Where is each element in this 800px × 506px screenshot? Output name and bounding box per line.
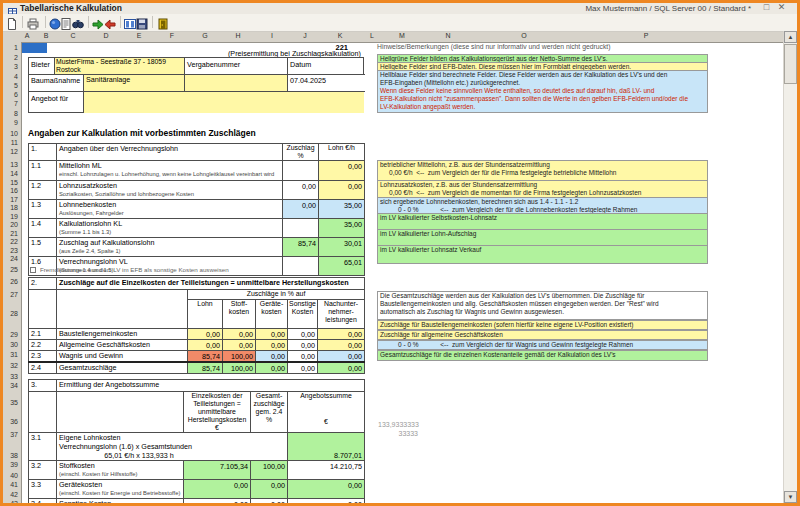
cell-2-2-stoff[interactable]: 0,00 [223, 340, 256, 351]
cell-3-4-angebotssumme[interactable]: 0,00 [288, 499, 365, 506]
save-database-icon[interactable] [136, 16, 149, 29]
cell-3-2-angebotssumme[interactable]: 14.210,75 [288, 461, 365, 480]
cell-2-4-stoff[interactable]: 100,00 [223, 362, 256, 374]
row-header-6: 6 [14, 91, 18, 98]
section2-table: 2. Zuschläge auf die Einzelkosten der Te… [28, 277, 365, 374]
row-label: Eigene Lohnkosten [59, 433, 287, 442]
cell-1-1-zuschlag[interactable] [283, 161, 319, 181]
exit-icon[interactable] [157, 16, 170, 29]
cell-1-4-zuschlag[interactable] [283, 219, 319, 238]
bidder-form: MusterFirma - Seestraße 37 - 18059 Rosto… [28, 57, 364, 113]
cell-3-2-einzelkosten[interactable]: 7.105,34 [184, 461, 251, 480]
column-header-N: N [445, 32, 450, 39]
cell-2-2-sonstige[interactable]: 0,00 [288, 340, 318, 351]
datum-value-field[interactable]: 07.04.2025 [287, 74, 364, 91]
maximize-button[interactable]: □ [760, 2, 773, 13]
fremdleistungen-checkbox[interactable] [30, 267, 36, 273]
row-num: 1.3 [29, 200, 57, 219]
sec3-title: Ermittlung der Angebotssumme [57, 380, 365, 392]
datum-label: Datum [290, 60, 311, 69]
cell-1-3-lohn[interactable]: 35,00 [319, 200, 365, 219]
close-button[interactable]: ✕ [775, 2, 788, 13]
cell-1-5-lohn[interactable]: 30,01 [319, 238, 365, 257]
row-header-21: 21 [10, 230, 18, 237]
cell-1-1-lohn[interactable]: 0,00 [319, 161, 365, 181]
row-header-42: 42 [10, 491, 18, 498]
sec3-col1-header: Einzelkosten der Teilleistungen = unmitt… [184, 392, 251, 433]
cell-2-1-sonstige[interactable]: 0,00 [288, 329, 318, 340]
cell-3-3-zuschlaege[interactable]: 0,00 [251, 480, 288, 499]
cell-3-4-einzelkosten[interactable]: 0,00 [184, 499, 251, 506]
selected-cell-a1[interactable] [21, 42, 47, 53]
cell-3-2-zuschlaege[interactable]: 100,00 [251, 461, 288, 480]
cell-3-4-zuschlaege[interactable]: 0,00 [251, 499, 288, 506]
row-num: 3.1 [29, 433, 57, 461]
cell-2-4-geraete[interactable]: 0,00 [256, 362, 288, 374]
row-label: Gesamtzuschläge [57, 362, 188, 374]
row-header-13: 13 [10, 161, 18, 168]
cell-1-6-lohn[interactable]: 65,01 [319, 257, 365, 276]
row-label: Allgemeine Geschäftskosten [57, 340, 188, 351]
cell-1-6-zuschlag[interactable] [283, 257, 319, 276]
cell-3-1-angebotssumme[interactable]: 8.707,01 [288, 433, 365, 461]
export-lv-icon[interactable] [104, 16, 117, 29]
cell-2-1-geraete[interactable]: 0,00 [256, 329, 288, 340]
cell-3-3-angebotssumme[interactable]: 0,00 [288, 480, 365, 499]
cell-2-3-stoff[interactable]: 100,00 [223, 351, 256, 363]
scrollbar-thumb[interactable] [784, 44, 797, 84]
sec3-col2-text: Gesamt- zuschläge gem. 2.4 [251, 392, 287, 416]
cell-2-2-lohn[interactable]: 0,00 [188, 340, 223, 351]
row-header-8: 8 [14, 110, 18, 117]
print-icon[interactable] [27, 16, 40, 29]
cell-2-4-lohn[interactable]: 85,74 [188, 362, 223, 374]
cell-2-2-nachunternehmer[interactable]: 0,00 [318, 340, 365, 351]
vertical-scrollbar[interactable]: ▲ ▼ [783, 31, 797, 503]
cell-2-2-geraete[interactable]: 0,00 [256, 340, 288, 351]
row-header-11: 11 [11, 139, 18, 146]
row-header-5: 5 [14, 82, 18, 89]
column-header-L: L [370, 32, 374, 39]
cell-1-4-lohn[interactable]: 35,00 [319, 219, 365, 238]
sec1-num: 1. [29, 144, 57, 161]
row-num: 1.5 [29, 238, 57, 257]
cell-2-3-sonstige[interactable]: 0,00 [288, 351, 318, 363]
cell-2-4-sonstige[interactable]: 0,00 [288, 362, 318, 374]
row-header-29: 29 [10, 331, 18, 338]
vergabenummer-label: Vergabenummer [187, 60, 240, 69]
row-sub: einschl. Lohnzulagen u. Lohnerhöhung, we… [59, 170, 282, 179]
hint-lohnnebenkosten: sich ergebende Lohnnebenkosten, berechne… [377, 197, 708, 214]
toolbar-separator [22, 16, 23, 28]
hint-lohnsatz-verkauf: im LV kalkulierter Lohnsatz Verkauf [377, 245, 708, 264]
row-header-2: 2 [14, 54, 18, 61]
legend-blue-warning: Wenn diese Felder keine sinnvollen Werte… [380, 87, 705, 111]
cell-1-3-zuschlag[interactable]: 0,00 [283, 200, 319, 219]
cell-1-2-zuschlag[interactable]: 0,00 [283, 181, 319, 200]
scroll-up-button[interactable]: ▲ [784, 31, 797, 43]
cell-1-5-zuschlag[interactable]: 85,74 [283, 238, 319, 257]
cell-3-3-einzelkosten[interactable]: 0,00 [184, 480, 251, 499]
row-header-9: 9 [14, 119, 18, 126]
bieter-value-field[interactable]: MusterFirma - Seestraße 37 - 18059 Rosto… [54, 58, 184, 74]
search-icon[interactable] [72, 16, 85, 29]
cell-2-3-nachunternehmer[interactable]: 0,00 [318, 351, 365, 363]
column-header-G: G [202, 32, 207, 39]
hint-line: sich ergebende Lohnnebenkosten, berechne… [380, 198, 705, 206]
session-info: Max Mustermann / SQL Server 00 / Standar… [585, 4, 751, 13]
cell-2-3-lohn[interactable]: 85,74 [188, 351, 223, 363]
new-document-icon[interactable] [6, 16, 19, 29]
angebot-value-field[interactable] [83, 92, 364, 113]
cell-2-4-nachunternehmer[interactable]: 0,00 [318, 362, 365, 374]
row-header-3: 3 [14, 63, 18, 70]
vergabenummer-value-field[interactable] [184, 74, 287, 91]
baumassnahme-value-field[interactable]: Sanitäranlage [83, 74, 184, 91]
column-header-O: O [521, 32, 526, 39]
section3-table: 3. Ermittlung der Angebotssumme Einzelko… [28, 379, 365, 506]
cell-2-1-stoff[interactable]: 0,00 [223, 329, 256, 340]
row-header-34: 34 [10, 382, 18, 389]
cell-2-3-geraete[interactable]: 0,00 [256, 351, 288, 363]
cell-2-1-lohn[interactable]: 0,00 [188, 329, 223, 340]
scroll-down-button[interactable]: ▼ [784, 491, 797, 503]
window-title: Tabellarische Kalkulation [20, 3, 122, 13]
cell-1-2-lohn[interactable]: 0,00 [319, 181, 365, 200]
cell-2-1-nachunternehmer[interactable]: 0,00 [318, 329, 365, 340]
